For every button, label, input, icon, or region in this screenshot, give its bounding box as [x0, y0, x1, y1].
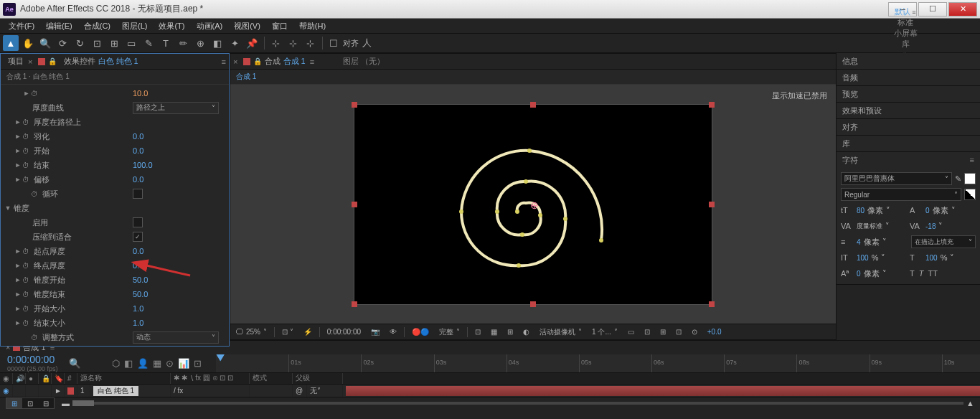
twirl-icon[interactable] [14, 118, 22, 126]
eyedropper-icon[interactable]: ✎ [955, 174, 961, 184]
twirl-icon[interactable] [4, 204, 12, 212]
snapshot-icon[interactable]: 📷 [368, 328, 382, 336]
stopwatch-icon[interactable]: ⏱ [22, 291, 29, 298]
layer-name[interactable]: 白色 纯色 1 [93, 386, 138, 396]
property-row[interactable]: 厚度曲线路径之上˅ [1, 100, 229, 115]
comp-mini-flowchart-icon[interactable]: ⬡ [112, 358, 120, 369]
current-time[interactable]: 0:00:00:00 [324, 328, 364, 336]
property-value[interactable]: 0.0 [133, 247, 226, 255]
stopwatch-icon[interactable]: ⏱ [22, 161, 29, 169]
timeline-zoom-slider[interactable]: ▬ ▲ [62, 399, 974, 408]
zoom-tool-icon[interactable]: 🔍 [37, 35, 53, 51]
property-row[interactable]: ⏱开始0.0 [1, 143, 229, 158]
puppet-tool-icon[interactable]: 📌 [244, 35, 260, 51]
stroke-position-dropdown[interactable]: 在描边上填充˅ [911, 235, 976, 248]
time-ruler[interactable]: 01s02s03s04s05s06s07s08s09s10s [216, 354, 980, 372]
property-row[interactable]: ⏱锥度开始50.0 [1, 273, 229, 287]
timeline-icon[interactable]: ⊞ [657, 328, 669, 336]
vscale-value[interactable]: 100 [857, 254, 869, 262]
menu-file[interactable]: 文件(F) [3, 19, 40, 33]
stroke-color-swatch[interactable] [964, 189, 976, 200]
twirl-icon[interactable] [14, 291, 22, 298]
comp-lock-icon[interactable]: 🔒 [253, 57, 262, 65]
menu-composition[interactable]: 合成(C) [78, 19, 116, 33]
flowchart-icon[interactable]: ⊡ [673, 328, 684, 336]
char-panel-menu-icon[interactable]: ≡ [970, 156, 974, 164]
baseline-value[interactable]: 0 [857, 270, 861, 278]
col-label-icon[interactable]: 🔖 [52, 373, 65, 385]
camera-tool-icon[interactable]: ⊡ [89, 35, 105, 51]
col-visibility-icon[interactable]: ◉ [0, 373, 13, 385]
audio-panel-tab[interactable]: 音频 [842, 72, 858, 83]
menu-edit[interactable]: 编辑(E) [40, 19, 78, 33]
workspace-library[interactable]: 库 [895, 39, 917, 50]
snap-checkbox[interactable]: ☐ [326, 35, 341, 51]
stopwatch-icon[interactable]: ⏱ [22, 276, 29, 284]
resize-handle-ml[interactable] [352, 202, 357, 207]
caps-icon[interactable]: TT [928, 269, 937, 278]
stopwatch-icon[interactable]: ⏱ [22, 248, 29, 255]
current-timecode[interactable]: 0:00:00:00 [0, 354, 62, 365]
stopwatch-icon[interactable]: ⏱ [22, 262, 29, 270]
twirl-icon[interactable] [14, 262, 22, 269]
local-axis-icon[interactable]: ⊹ [268, 35, 283, 51]
effects-presets-panel-tab[interactable]: 效果和预设 [842, 105, 882, 116]
property-dropdown[interactable]: 动态˅ [133, 331, 219, 344]
clone-tool-icon[interactable]: ⊕ [192, 35, 208, 51]
property-checkbox[interactable] [133, 189, 143, 199]
bold-icon[interactable]: T [910, 269, 915, 278]
stopwatch-icon[interactable]: ⏱ [22, 147, 29, 155]
motion-blur-icon[interactable]: ⊙ [166, 358, 174, 369]
menu-layer[interactable]: 图层(L) [116, 19, 153, 33]
twirl-icon[interactable] [14, 161, 22, 169]
font-family-dropdown[interactable]: 阿里巴巴普惠体˅ [841, 172, 952, 185]
switches-modes-toggle[interactable]: ⊞ ⊡ ⊟ [6, 397, 55, 409]
property-value[interactable]: 50.0 [133, 290, 226, 298]
leading-value[interactable]: 0 [925, 207, 930, 215]
layer-switches[interactable]: / fx [171, 385, 250, 397]
property-row[interactable]: ⏱终点厚度0.0 [1, 258, 229, 273]
show-snapshot-icon[interactable]: 👁 [387, 328, 400, 336]
view-layout-dropdown[interactable]: 1 个... ˅ [589, 327, 621, 337]
fast-preview-icon[interactable]: ⚡ [301, 328, 315, 336]
twirl-icon[interactable] [22, 90, 31, 97]
comp-panel-menu-icon[interactable]: ≡ [310, 57, 314, 66]
stopwatch-icon[interactable]: ⏱ [31, 190, 38, 198]
magnification-dropdown[interactable]: 🖵 25% ˅ [233, 328, 270, 336]
property-value[interactable]: 0.0 [133, 146, 226, 155]
property-row[interactable]: ⏱起点厚度0.0 [1, 244, 229, 258]
property-row[interactable]: ⏱锥度结束50.0 [1, 287, 229, 301]
resize-handle-mr[interactable] [709, 202, 715, 207]
zoom-out-icon[interactable]: ▬ [62, 399, 70, 408]
stopwatch-icon[interactable]: ⏱ [22, 118, 29, 126]
resize-handle-tl[interactable] [352, 102, 357, 108]
rotate-tool-icon[interactable]: ↻ [72, 35, 88, 51]
property-row[interactable]: 启用 [1, 215, 229, 230]
stopwatch-icon[interactable]: ⏱ [31, 90, 38, 98]
layer-twirl-icon[interactable]: ► [52, 385, 65, 397]
zoom-in-icon[interactable]: ▲ [966, 399, 974, 408]
property-value[interactable]: 1.0 [133, 304, 226, 313]
fill-color-swatch[interactable] [964, 173, 976, 184]
hand-tool-icon[interactable]: ✋ [20, 35, 36, 51]
project-tab[interactable]: 项目 [4, 55, 28, 68]
camera-dropdown[interactable]: 活动摄像机 ˅ [537, 327, 585, 337]
grid-icon[interactable]: ▦ [488, 328, 500, 336]
mask-icon[interactable]: ◐ [520, 328, 532, 336]
selection-tool-icon[interactable]: ▲ [3, 35, 19, 51]
view-axis-icon[interactable]: ⊹ [302, 35, 318, 51]
property-row[interactable]: ⏱结束大小1.0 [1, 316, 229, 330]
twirl-icon[interactable] [14, 319, 22, 326]
layer-label-color[interactable] [67, 387, 74, 395]
property-value[interactable]: 100.0 [133, 161, 226, 169]
tab-close-icon[interactable]: × [28, 57, 32, 66]
menu-help[interactable]: 帮助(H) [293, 19, 331, 33]
stopwatch-icon[interactable]: ⏱ [31, 334, 38, 342]
twirl-icon[interactable] [14, 305, 22, 312]
roi-icon[interactable]: ⊡ [472, 328, 484, 336]
menu-animation[interactable]: 动画(A) [191, 19, 229, 33]
brainstorm-icon[interactable]: ⊡ [194, 358, 202, 369]
property-row[interactable]: ⏱结束100.0 [1, 158, 229, 172]
col-parent[interactable]: 父级 [293, 373, 343, 385]
orbit-tool-icon[interactable]: ⟳ [55, 35, 70, 51]
